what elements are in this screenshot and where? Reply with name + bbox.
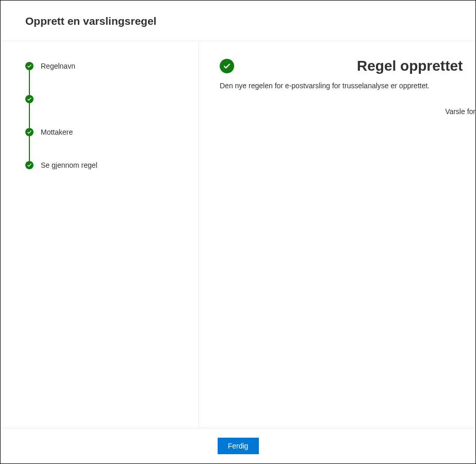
dialog-title: Opprett en varslingsregel (25, 15, 475, 27)
checkmark-icon (25, 62, 34, 70)
wizard-sidebar: Regelnavn Mottakere (1, 41, 199, 428)
step-label: Regelnavn (41, 62, 75, 70)
checkmark-icon (25, 161, 34, 169)
step-label: Se gjennom regel (41, 161, 97, 169)
wizard-step-blank[interactable] (25, 95, 199, 128)
step-connector (29, 70, 30, 95)
step-connector (29, 103, 30, 129)
wizard-steps: Regelnavn Mottakere (25, 62, 199, 169)
notify-for-label: Varsle for (439, 107, 475, 116)
wizard-step-recipients[interactable]: Mottakere (25, 128, 199, 161)
step-label: Mottakere (41, 128, 73, 136)
success-checkmark-icon (220, 59, 234, 73)
success-header-row: Regel opprettet (220, 58, 475, 74)
success-title: Regel opprettet (357, 58, 463, 74)
checkmark-icon (25, 95, 34, 103)
main-panel: Regel opprettet Den nye regelen for e-po… (199, 41, 475, 428)
step-connector (29, 136, 30, 162)
done-button[interactable]: Ferdig (218, 438, 259, 454)
create-notification-rule-dialog: Opprett en varslingsregel Regelnavn (1, 1, 475, 463)
dialog-body: Regelnavn Mottakere (1, 41, 475, 428)
wizard-step-review-rule[interactable]: Se gjennom regel (25, 161, 199, 169)
checkmark-icon (25, 128, 34, 136)
wizard-step-rule-name[interactable]: Regelnavn (25, 62, 199, 95)
success-description: Den nye regelen for e-postvarsling for t… (220, 82, 475, 90)
dialog-header: Opprett en varslingsregel (1, 1, 475, 41)
dialog-footer: Ferdig (1, 428, 475, 463)
